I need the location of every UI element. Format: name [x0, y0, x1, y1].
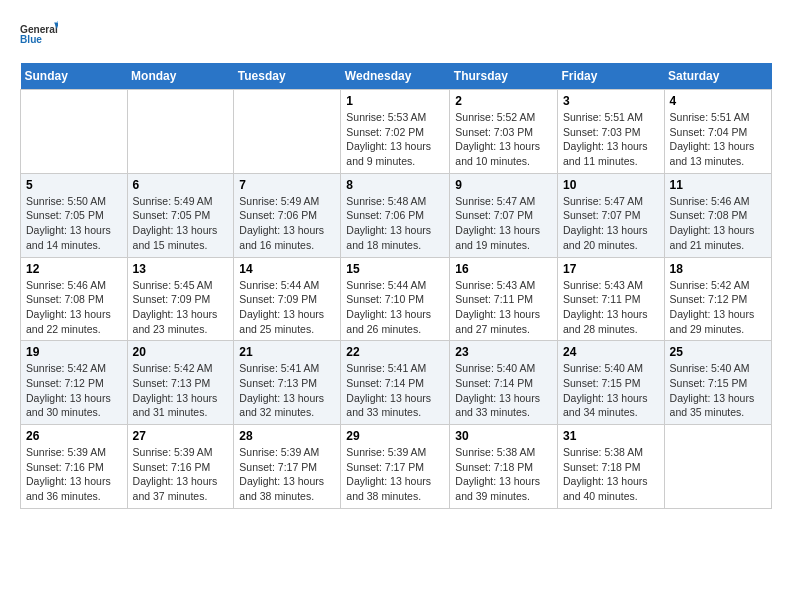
calendar-cell: 18Sunrise: 5:42 AM Sunset: 7:12 PM Dayli…: [664, 257, 771, 341]
day-number: 25: [670, 345, 766, 359]
day-info: Sunrise: 5:50 AM Sunset: 7:05 PM Dayligh…: [26, 194, 122, 253]
day-info: Sunrise: 5:48 AM Sunset: 7:06 PM Dayligh…: [346, 194, 444, 253]
calendar-row: 12Sunrise: 5:46 AM Sunset: 7:08 PM Dayli…: [21, 257, 772, 341]
day-number: 4: [670, 94, 766, 108]
calendar-cell: [234, 90, 341, 174]
calendar-cell: 14Sunrise: 5:44 AM Sunset: 7:09 PM Dayli…: [234, 257, 341, 341]
day-info: Sunrise: 5:42 AM Sunset: 7:13 PM Dayligh…: [133, 361, 229, 420]
day-info: Sunrise: 5:53 AM Sunset: 7:02 PM Dayligh…: [346, 110, 444, 169]
calendar-cell: 24Sunrise: 5:40 AM Sunset: 7:15 PM Dayli…: [557, 341, 664, 425]
calendar-row: 26Sunrise: 5:39 AM Sunset: 7:16 PM Dayli…: [21, 425, 772, 509]
page: General Blue SundayMondayTuesdayWednesda…: [0, 0, 792, 524]
calendar-cell: 30Sunrise: 5:38 AM Sunset: 7:18 PM Dayli…: [450, 425, 558, 509]
day-number: 8: [346, 178, 444, 192]
day-number: 22: [346, 345, 444, 359]
header-row: SundayMondayTuesdayWednesdayThursdayFrid…: [21, 63, 772, 90]
day-info: Sunrise: 5:51 AM Sunset: 7:04 PM Dayligh…: [670, 110, 766, 169]
day-number: 1: [346, 94, 444, 108]
calendar-cell: 31Sunrise: 5:38 AM Sunset: 7:18 PM Dayli…: [557, 425, 664, 509]
calendar-cell: [664, 425, 771, 509]
logo-svg: General Blue: [20, 15, 58, 53]
day-number: 20: [133, 345, 229, 359]
day-number: 29: [346, 429, 444, 443]
day-number: 5: [26, 178, 122, 192]
day-number: 18: [670, 262, 766, 276]
day-number: 31: [563, 429, 659, 443]
day-number: 15: [346, 262, 444, 276]
day-info: Sunrise: 5:51 AM Sunset: 7:03 PM Dayligh…: [563, 110, 659, 169]
day-number: 16: [455, 262, 552, 276]
header-day: Wednesday: [341, 63, 450, 90]
calendar-cell: 28Sunrise: 5:39 AM Sunset: 7:17 PM Dayli…: [234, 425, 341, 509]
day-info: Sunrise: 5:38 AM Sunset: 7:18 PM Dayligh…: [563, 445, 659, 504]
calendar-cell: [127, 90, 234, 174]
calendar-cell: 13Sunrise: 5:45 AM Sunset: 7:09 PM Dayli…: [127, 257, 234, 341]
calendar-cell: 8Sunrise: 5:48 AM Sunset: 7:06 PM Daylig…: [341, 173, 450, 257]
calendar-cell: 29Sunrise: 5:39 AM Sunset: 7:17 PM Dayli…: [341, 425, 450, 509]
calendar-row: 1Sunrise: 5:53 AM Sunset: 7:02 PM Daylig…: [21, 90, 772, 174]
day-number: 7: [239, 178, 335, 192]
day-number: 12: [26, 262, 122, 276]
header: General Blue: [20, 15, 772, 53]
calendar-cell: 5Sunrise: 5:50 AM Sunset: 7:05 PM Daylig…: [21, 173, 128, 257]
day-info: Sunrise: 5:43 AM Sunset: 7:11 PM Dayligh…: [563, 278, 659, 337]
day-info: Sunrise: 5:41 AM Sunset: 7:14 PM Dayligh…: [346, 361, 444, 420]
day-number: 30: [455, 429, 552, 443]
day-info: Sunrise: 5:49 AM Sunset: 7:06 PM Dayligh…: [239, 194, 335, 253]
calendar-cell: 27Sunrise: 5:39 AM Sunset: 7:16 PM Dayli…: [127, 425, 234, 509]
day-info: Sunrise: 5:40 AM Sunset: 7:15 PM Dayligh…: [670, 361, 766, 420]
day-number: 9: [455, 178, 552, 192]
header-day: Saturday: [664, 63, 771, 90]
calendar-cell: 10Sunrise: 5:47 AM Sunset: 7:07 PM Dayli…: [557, 173, 664, 257]
calendar-row: 5Sunrise: 5:50 AM Sunset: 7:05 PM Daylig…: [21, 173, 772, 257]
calendar-cell: 11Sunrise: 5:46 AM Sunset: 7:08 PM Dayli…: [664, 173, 771, 257]
calendar-cell: 3Sunrise: 5:51 AM Sunset: 7:03 PM Daylig…: [557, 90, 664, 174]
calendar-cell: 22Sunrise: 5:41 AM Sunset: 7:14 PM Dayli…: [341, 341, 450, 425]
day-info: Sunrise: 5:42 AM Sunset: 7:12 PM Dayligh…: [670, 278, 766, 337]
day-info: Sunrise: 5:40 AM Sunset: 7:14 PM Dayligh…: [455, 361, 552, 420]
day-number: 26: [26, 429, 122, 443]
day-info: Sunrise: 5:42 AM Sunset: 7:12 PM Dayligh…: [26, 361, 122, 420]
day-number: 2: [455, 94, 552, 108]
header-day: Friday: [557, 63, 664, 90]
day-info: Sunrise: 5:46 AM Sunset: 7:08 PM Dayligh…: [670, 194, 766, 253]
day-number: 3: [563, 94, 659, 108]
calendar-cell: 16Sunrise: 5:43 AM Sunset: 7:11 PM Dayli…: [450, 257, 558, 341]
logo: General Blue: [20, 15, 58, 53]
day-number: 11: [670, 178, 766, 192]
day-number: 28: [239, 429, 335, 443]
calendar-cell: 4Sunrise: 5:51 AM Sunset: 7:04 PM Daylig…: [664, 90, 771, 174]
calendar-cell: 6Sunrise: 5:49 AM Sunset: 7:05 PM Daylig…: [127, 173, 234, 257]
header-day: Tuesday: [234, 63, 341, 90]
calendar-row: 19Sunrise: 5:42 AM Sunset: 7:12 PM Dayli…: [21, 341, 772, 425]
day-number: 10: [563, 178, 659, 192]
header-day: Thursday: [450, 63, 558, 90]
day-number: 27: [133, 429, 229, 443]
day-info: Sunrise: 5:46 AM Sunset: 7:08 PM Dayligh…: [26, 278, 122, 337]
day-number: 23: [455, 345, 552, 359]
day-number: 13: [133, 262, 229, 276]
day-info: Sunrise: 5:49 AM Sunset: 7:05 PM Dayligh…: [133, 194, 229, 253]
day-info: Sunrise: 5:39 AM Sunset: 7:17 PM Dayligh…: [239, 445, 335, 504]
calendar-cell: 1Sunrise: 5:53 AM Sunset: 7:02 PM Daylig…: [341, 90, 450, 174]
calendar-cell: 26Sunrise: 5:39 AM Sunset: 7:16 PM Dayli…: [21, 425, 128, 509]
day-info: Sunrise: 5:39 AM Sunset: 7:16 PM Dayligh…: [26, 445, 122, 504]
calendar-cell: 12Sunrise: 5:46 AM Sunset: 7:08 PM Dayli…: [21, 257, 128, 341]
day-info: Sunrise: 5:45 AM Sunset: 7:09 PM Dayligh…: [133, 278, 229, 337]
day-info: Sunrise: 5:52 AM Sunset: 7:03 PM Dayligh…: [455, 110, 552, 169]
day-info: Sunrise: 5:44 AM Sunset: 7:09 PM Dayligh…: [239, 278, 335, 337]
calendar-cell: 20Sunrise: 5:42 AM Sunset: 7:13 PM Dayli…: [127, 341, 234, 425]
calendar-cell: 17Sunrise: 5:43 AM Sunset: 7:11 PM Dayli…: [557, 257, 664, 341]
calendar-cell: 19Sunrise: 5:42 AM Sunset: 7:12 PM Dayli…: [21, 341, 128, 425]
day-info: Sunrise: 5:39 AM Sunset: 7:16 PM Dayligh…: [133, 445, 229, 504]
calendar-cell: 23Sunrise: 5:40 AM Sunset: 7:14 PM Dayli…: [450, 341, 558, 425]
day-info: Sunrise: 5:47 AM Sunset: 7:07 PM Dayligh…: [563, 194, 659, 253]
day-info: Sunrise: 5:47 AM Sunset: 7:07 PM Dayligh…: [455, 194, 552, 253]
day-info: Sunrise: 5:43 AM Sunset: 7:11 PM Dayligh…: [455, 278, 552, 337]
calendar-cell: 21Sunrise: 5:41 AM Sunset: 7:13 PM Dayli…: [234, 341, 341, 425]
calendar-table: SundayMondayTuesdayWednesdayThursdayFrid…: [20, 63, 772, 509]
calendar-cell: 9Sunrise: 5:47 AM Sunset: 7:07 PM Daylig…: [450, 173, 558, 257]
header-day: Sunday: [21, 63, 128, 90]
calendar-cell: 2Sunrise: 5:52 AM Sunset: 7:03 PM Daylig…: [450, 90, 558, 174]
calendar-cell: 15Sunrise: 5:44 AM Sunset: 7:10 PM Dayli…: [341, 257, 450, 341]
